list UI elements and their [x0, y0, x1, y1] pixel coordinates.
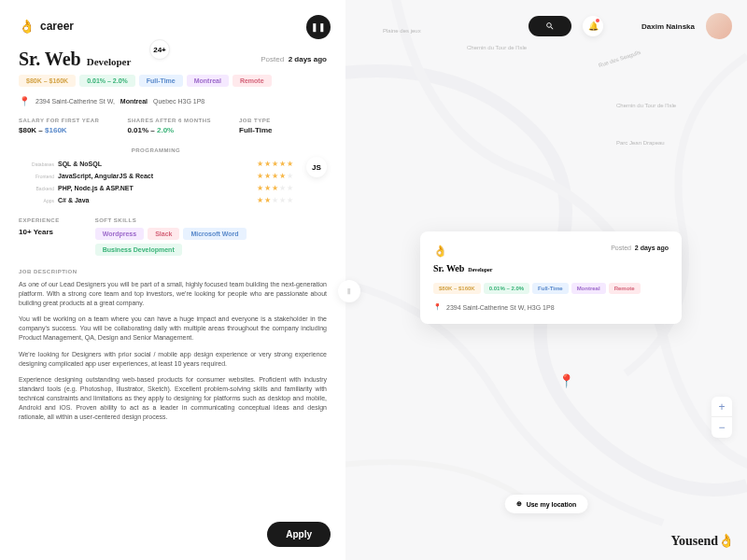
- user-name: Daxim Nainska: [641, 22, 695, 31]
- job-description: As one of our Lead Designers you will be…: [19, 280, 327, 421]
- experience: EXPERIENCE 10+ Years: [19, 217, 60, 256]
- search-icon: [545, 21, 555, 31]
- pin-icon: 📍: [433, 303, 442, 311]
- star-icon: ★: [287, 172, 293, 180]
- map-pin-icon[interactable]: 📍: [558, 373, 574, 388]
- description-paragraph: You will be working on a team where you …: [19, 315, 327, 342]
- info-shares: SHARES AFTER 6 MONTHS 0.01% – 2.0%: [127, 118, 211, 134]
- star-icon: ★: [279, 160, 286, 168]
- pin-icon: 📍: [19, 96, 30, 106]
- star-icon: ★: [272, 184, 278, 192]
- job-detail-panel: 👌 career ❚❚ Sr. Web Developer 24+ Posted…: [0, 0, 345, 560]
- soft-slack: Slack: [148, 228, 179, 240]
- star-icon: ★: [272, 160, 278, 168]
- logo-text: career: [40, 20, 74, 33]
- use-location-button[interactable]: ⊕ Use my location: [505, 495, 588, 513]
- job-title: Sr. Web Developer 24+: [19, 49, 327, 70]
- star-icon: ★: [257, 184, 263, 192]
- skills-block: PROGRAMMING DatabasesSQL & NoSQL★★★★★Fro…: [19, 147, 327, 206]
- star-icon: ★: [257, 196, 263, 204]
- zoom-in-button[interactable]: +: [712, 397, 732, 417]
- brand-logo: Yousend👌: [670, 533, 734, 549]
- card-address: 📍 2394 Saint-Catherine St W, H3G 1P8: [433, 303, 669, 311]
- skill-row: BackendPHP, Node.js & ASP.NET★★★★★: [19, 182, 293, 194]
- apply-button[interactable]: Apply: [267, 522, 331, 547]
- map-label: Chemin du Tour de l'Isle: [467, 45, 527, 50]
- star-icon: ★: [264, 196, 271, 204]
- tag-fulltime: Full-Time: [139, 75, 183, 87]
- star-icon: ★: [264, 172, 271, 180]
- skill-row: DatabasesSQL & NoSQL★★★★★: [19, 158, 293, 170]
- info-grid: SALARY FOR FIRST YEAR $80K – $160K SHARE…: [19, 118, 327, 134]
- topbar: 🔔 Daxim Nainska: [345, 13, 747, 39]
- star-icon: ★: [287, 196, 293, 204]
- star-icon: ★: [279, 196, 286, 204]
- star-icon: ★: [272, 172, 278, 180]
- star-icon: ★: [257, 172, 263, 180]
- job-title-main: Sr. Web: [19, 49, 81, 70]
- star-icon: ★: [287, 160, 293, 168]
- soft-wordpress: Wordpress: [95, 228, 144, 240]
- skills-header: PROGRAMMING: [19, 147, 293, 153]
- map-panel: Plaine des jeux Chemin du Tour de l'Isle…: [345, 0, 747, 560]
- job-address: 📍 2394 Saint-Catherine St W, Montreal Qu…: [19, 96, 327, 106]
- star-icon: ★: [279, 172, 286, 180]
- ok-icon: 👌: [718, 534, 734, 548]
- job-tags: $80K – $160K 0.01% – 2.0% Full-Time Mont…: [19, 75, 327, 87]
- target-icon: ⊕: [516, 500, 522, 508]
- panel-resize-handle[interactable]: ⦀: [338, 280, 360, 302]
- description-paragraph: As one of our Lead Designers you will be…: [19, 280, 327, 307]
- logo-icon: 👌: [19, 19, 35, 34]
- card-posted: Posted 2 days ago: [611, 245, 669, 251]
- soft-skills: SOFT SKILLS Wordpress Slack Microsoft Wo…: [95, 217, 282, 256]
- zoom-out-button[interactable]: −: [712, 417, 732, 438]
- avatar[interactable]: [706, 13, 732, 39]
- map-label: Chemin du Tour de l'Isle: [616, 103, 676, 108]
- notification-button[interactable]: 🔔: [583, 16, 603, 36]
- description-paragraph: Experience designing outstanding web-bas…: [19, 375, 327, 421]
- star-icon: ★: [264, 184, 271, 192]
- map-label: Parc Jean Drapeau: [616, 140, 665, 146]
- experience-row: EXPERIENCE 10+ Years SOFT SKILLS Wordpre…: [19, 217, 327, 256]
- star-icon: ★: [287, 184, 293, 192]
- tag-salary: $80K – $160K: [19, 75, 76, 87]
- job-title-sub: Developer: [87, 56, 132, 67]
- zoom-control: + −: [712, 397, 732, 438]
- star-icon: ★: [272, 196, 278, 204]
- logo: 👌 career: [19, 19, 327, 34]
- star-icon: ★: [279, 184, 286, 192]
- card-title: Sr. Web Developer: [433, 263, 669, 273]
- tag-location: Montreal: [187, 75, 229, 87]
- pause-button[interactable]: ❚❚: [306, 15, 331, 39]
- soft-bizdev: Business Development: [95, 244, 182, 256]
- info-jobtype: JOB TYPE Full-Time: [239, 118, 272, 134]
- soft-word: Microsoft Word: [183, 228, 246, 240]
- skill-row: AppsC# & Java★★★★★: [19, 194, 293, 206]
- map-job-card[interactable]: 👌 Posted 2 days ago Sr. Web Developer $8…: [420, 231, 682, 324]
- skill-row: FrontendJavaScript, AngularJS & React★★★…: [19, 170, 293, 182]
- bell-icon: 🔔: [588, 21, 599, 31]
- tag-remote: Remote: [233, 75, 272, 87]
- js-badge: JS: [306, 157, 327, 177]
- notification-dot: [596, 19, 599, 22]
- description-label: JOB DESCRIPTION: [19, 269, 327, 274]
- star-icon: ★: [257, 160, 263, 168]
- info-salary: SALARY FOR FIRST YEAR $80K – $160K: [19, 118, 99, 134]
- search-button[interactable]: [529, 16, 571, 36]
- star-icon: ★: [264, 160, 271, 168]
- description-paragraph: We're looking for Designers with prior s…: [19, 350, 327, 369]
- applicant-badge: 24+: [149, 39, 170, 60]
- card-tags: $80K – $160K 0.01% – 2.0% Full-Time Mont…: [433, 283, 669, 294]
- tag-shares: 0.01% – 2.0%: [79, 75, 135, 87]
